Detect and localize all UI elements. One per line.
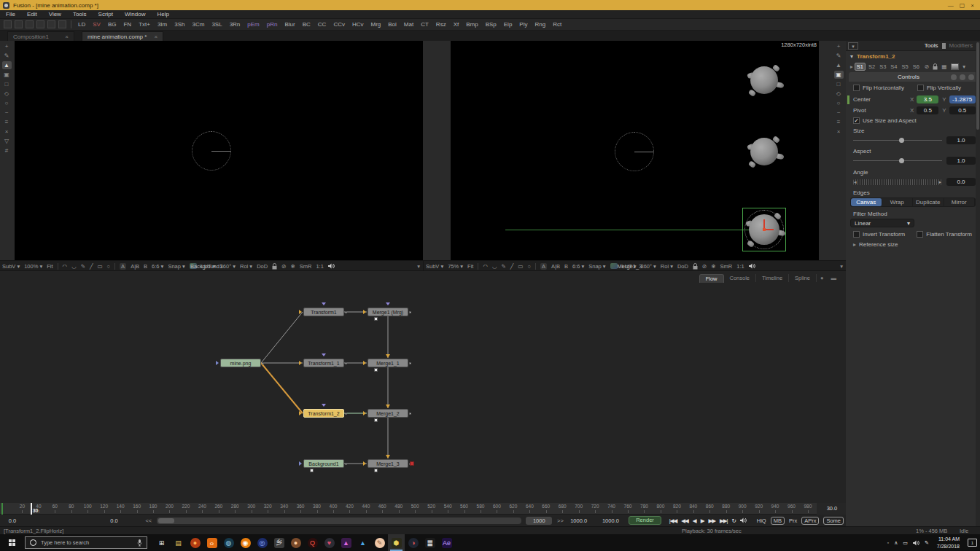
tool-hcv[interactable]: HCv [352, 21, 364, 28]
resolve-icon[interactable]: ◑ [405, 534, 421, 551]
tool-bc[interactable]: BC [303, 21, 311, 28]
viewerbar-item-b[interactable]: B [564, 263, 568, 270]
toolbar-icon-2[interactable] [15, 20, 23, 28]
speaker-icon[interactable] [328, 263, 335, 269]
quality-prx-toggle[interactable]: Prx [789, 517, 797, 524]
viewer-tool-icon-6[interactable]: ◇ [834, 90, 844, 98]
people-icon[interactable]: ◦ [887, 540, 889, 545]
viewer-tool-icon-3[interactable]: ▲ [834, 61, 844, 69]
panel-chevron-icon[interactable]: ▾ [848, 42, 858, 50]
global-start-field[interactable]: 0.0 [0, 517, 25, 524]
tab-composition1[interactable]: Composition1 × [7, 31, 74, 41]
viewerbar-item-snap[interactable]: Snap ▾ [168, 263, 184, 270]
menu-window[interactable]: Window [119, 11, 151, 17]
edges-wrap-button[interactable]: Wrap [882, 198, 914, 206]
tool-mrg[interactable]: Mrg [371, 21, 381, 28]
viewerbar-item-[interactable]: ✎ [502, 263, 506, 270]
viewerbar-item-[interactable]: ⊘ [702, 263, 707, 270]
flatten-transform-checkbox[interactable] [917, 231, 923, 238]
section-icon[interactable] [951, 74, 957, 80]
quality-mb-toggle[interactable]: MB [771, 517, 785, 525]
viewer-tool-icon-9[interactable]: ≡ [2, 118, 12, 126]
viewer-tool-icon-5[interactable]: □ [2, 80, 12, 88]
viewerbar-item-11[interactable]: 1:1 [736, 263, 744, 270]
play-reverse-button[interactable]: ◀ [693, 517, 696, 524]
tool-ld[interactable]: LD [78, 21, 85, 28]
close-tab-icon[interactable]: × [65, 34, 69, 40]
quality-hiq-toggle[interactable]: HiQ [757, 517, 766, 524]
viewerbar-item-[interactable]: ✎ [81, 263, 85, 270]
flow-tab-console[interactable]: Console [724, 274, 757, 282]
edges-mirror-button[interactable]: Mirror [944, 198, 976, 206]
viewerbar-item-lut[interactable]: LUT ▾ [622, 263, 637, 270]
speaker-icon[interactable] [913, 540, 919, 546]
menu-file[interactable]: File [0, 11, 21, 17]
tool-ply[interactable]: Ply [519, 21, 527, 28]
viewerbar-item-subv[interactable]: SubV ▾ [2, 263, 20, 270]
viewer-tool-icon-2[interactable]: ✎ [2, 52, 12, 60]
viewer-tool-icon-1[interactable]: + [2, 42, 12, 50]
info-icon[interactable] [968, 74, 974, 80]
viewerbar-item-[interactable]: ▭ [97, 263, 102, 270]
node-Transform1_1[interactable]: Transform1_1 [303, 359, 344, 367]
version-s2[interactable]: S2 [867, 63, 876, 70]
right-viewer[interactable]: 1280x720xint8 [451, 41, 819, 260]
toolbar-icon-1[interactable] [4, 20, 12, 28]
viewerbar-item-b[interactable]: B [144, 263, 147, 270]
viewerbar-item-[interactable]: ◠ [483, 263, 488, 270]
viewerbar-item-smr[interactable]: SmR [720, 263, 733, 270]
go-first-button[interactable]: |◀◀ [669, 517, 677, 524]
version-s5[interactable]: S5 [901, 63, 910, 70]
viewerbar-item-[interactable]: ╱ [90, 263, 93, 270]
viewerbar-item-[interactable]: ○ [527, 263, 531, 270]
viewerbar-item-[interactable]: ▭ [518, 263, 523, 270]
step-back-button[interactable]: ◀◀ [681, 517, 688, 524]
tool-txt+[interactable]: Txt+ [139, 21, 150, 28]
viewerbar-item-11[interactable]: 1:1 [316, 263, 323, 270]
node-Transform1_2[interactable]: Transform1_2 [303, 409, 344, 418]
center-y-field[interactable]: -1.2875 [949, 95, 976, 103]
viewer-tool-icon-6[interactable]: ◇ [2, 90, 12, 98]
cache-icon[interactable]: ▦ [941, 63, 946, 70]
pivot-x-field[interactable]: 0.5 [917, 106, 938, 114]
version-s1[interactable]: S1 [855, 63, 866, 71]
edges-duplicate-button[interactable]: Duplicate [913, 198, 944, 206]
info-icon[interactable]: ● [817, 275, 828, 281]
toolbar-icon-3[interactable] [26, 20, 34, 28]
display-icon[interactable]: ▭ [903, 540, 908, 546]
tool-ct[interactable]: CT [421, 21, 429, 28]
jump-right-button[interactable]: >> [557, 517, 564, 524]
version-s6[interactable]: S6 [911, 63, 921, 70]
chevron-down-icon[interactable]: ▾ [840, 263, 843, 270]
heart-app-icon[interactable]: ♥ [321, 534, 338, 551]
globe-icon[interactable]: ◍ [220, 534, 237, 551]
maximize-button[interactable]: ▢ [960, 2, 965, 9]
chevron-up-icon[interactable]: ∧ [894, 540, 898, 546]
speaker-icon[interactable] [740, 517, 747, 523]
chevron-down-icon[interactable]: ▾ [962, 63, 965, 70]
viewerbar-item-rol[interactable]: Rol ▾ [240, 263, 252, 270]
grid-app-icon[interactable]: ䷀ [421, 534, 438, 551]
go-last-button[interactable]: ▶▶| [720, 517, 727, 524]
lock-icon[interactable] [272, 263, 277, 270]
pen-icon[interactable]: ✎ [925, 540, 929, 546]
paint-ball-icon[interactable]: ● [287, 534, 304, 551]
viewerbar-item-[interactable]: ╱ [510, 263, 514, 270]
global-end-field[interactable]: 1000.0 [599, 517, 623, 524]
node-Merge1_3[interactable]: Merge1_3 [368, 459, 408, 468]
node-Merge1_1[interactable]: Merge1_1 [368, 359, 408, 367]
viewer-tool-icon-2[interactable]: ✎ [834, 52, 844, 60]
close-tab-icon[interactable]: × [154, 34, 158, 40]
expand-arrow-icon[interactable]: ▸ [853, 241, 856, 248]
node-Transform1[interactable]: Transform1 [303, 308, 344, 316]
render-button[interactable]: Render [629, 516, 661, 525]
viewer-tool-icon-10[interactable]: × [834, 128, 844, 136]
viewer-tool-icon-8[interactable]: ~ [2, 109, 12, 117]
tool-rng[interactable]: Rng [534, 21, 545, 28]
triangle-app-icon[interactable]: ▲ [354, 534, 371, 551]
tool-ccv[interactable]: CCv [333, 21, 345, 28]
flow-tab-spline[interactable]: Spline [789, 274, 817, 282]
node-mine_png[interactable]: mine.png [220, 359, 261, 367]
quixel-icon[interactable]: Q [304, 534, 321, 551]
viewerbar-item-66[interactable]: 6:6 ▾ [152, 263, 163, 270]
